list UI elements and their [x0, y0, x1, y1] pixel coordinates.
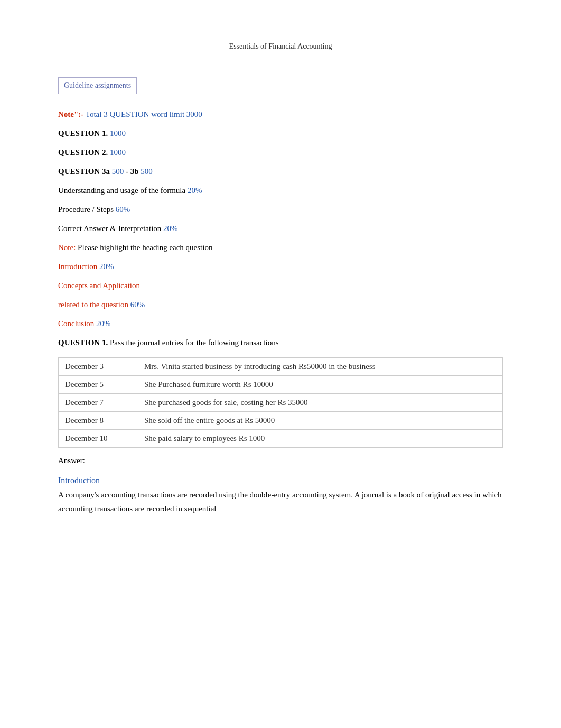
note2-content: Please highlight the heading each questi…: [78, 243, 212, 252]
page-title: Essentials of Financial Accounting: [229, 42, 332, 50]
note1-line: Note":- Total 3 QUESTION word limit 3000: [58, 108, 503, 121]
structure-conclusion-line: Conclusion 20%: [58, 317, 503, 330]
note1-content: Total 3 QUESTION: [86, 110, 149, 118]
q2-label: QUESTION 2.: [58, 148, 108, 156]
guideline-box: Guideline assignments: [58, 77, 137, 94]
note2-line: Note: Please highlight the heading each …: [58, 241, 503, 254]
note1-wordlimit: word limit 3000: [151, 110, 202, 118]
question1-text: Pass the journal entries for the followi…: [110, 338, 279, 347]
note2-prefix: Note:: [58, 243, 76, 252]
structure-related-line: related to the question 60%: [58, 298, 503, 311]
q1-label: QUESTION 1.: [58, 129, 108, 137]
structure-related-pct: 60%: [130, 300, 145, 309]
criteria-2-line: Correct Answer & Interpretation 20%: [58, 222, 503, 235]
criteria-1-pct: 60%: [116, 205, 130, 214]
q3-label: QUESTION 3a: [58, 167, 110, 176]
cell-date-1: December 5: [65, 380, 134, 389]
q2-line: QUESTION 2. 1000: [58, 146, 503, 159]
structure-conclusion-pct: 20%: [96, 319, 111, 328]
cell-desc-2: She purchased goods for sale, costing he…: [144, 398, 496, 407]
table-row: December 7 She purchased goods for sale,…: [59, 394, 502, 412]
structure-intro-pct: 20%: [99, 262, 114, 271]
q3-sep: - 3b: [126, 167, 139, 176]
criteria-0-pct: 20%: [188, 186, 202, 195]
structure-intro-label: Introduction: [58, 262, 97, 271]
answer-label: Answer:: [58, 456, 503, 465]
transactions-table: December 3 Mrs. Vinita started business …: [58, 357, 503, 448]
cell-date-3: December 8: [65, 416, 134, 425]
criteria-0-line: Understanding and usage of the formula 2…: [58, 184, 503, 197]
question1-line: QUESTION 1. Pass the journal entries for…: [58, 336, 503, 349]
q1-words: 1000: [110, 129, 126, 137]
criteria-1-line: Procedure / Steps 60%: [58, 203, 503, 216]
cell-desc-4: She paid salary to employees Rs 1000: [144, 434, 496, 443]
page-header: Essentials of Financial Accounting: [58, 42, 503, 51]
guideline-section: Guideline assignments: [58, 77, 503, 102]
table-row: December 5 She Purchased furniture worth…: [59, 376, 502, 394]
cell-date-4: December 10: [65, 434, 134, 443]
q3-words2: 500: [141, 167, 153, 176]
structure-conclusion-label: Conclusion: [58, 319, 94, 328]
cell-desc-0: Mrs. Vinita started business by introduc…: [144, 362, 496, 371]
criteria-2-text: Correct Answer & Interpretation: [58, 224, 161, 233]
question1-label: QUESTION 1.: [58, 338, 108, 347]
cell-date-0: December 3: [65, 362, 134, 371]
structure-related-label: related to the question: [58, 300, 128, 309]
criteria-2-pct: 20%: [163, 224, 178, 233]
structure-concepts-label: Concepts and Application: [58, 281, 140, 290]
guideline-label: Guideline assignments: [64, 81, 131, 89]
answer-body: A company's accounting transactions are …: [58, 489, 503, 515]
answer-intro-heading: Introduction: [58, 476, 503, 485]
table-row: December 8 She sold off the entire goods…: [59, 412, 502, 430]
criteria-1-text: Procedure / Steps: [58, 205, 114, 214]
cell-date-2: December 7: [65, 398, 134, 407]
q1-line: QUESTION 1. 1000: [58, 127, 503, 140]
q3-line: QUESTION 3a 500 - 3b 500: [58, 165, 503, 178]
q2-words: 1000: [110, 148, 126, 156]
cell-desc-3: She sold off the entire goods at Rs 5000…: [144, 416, 496, 425]
cell-desc-1: She Purchased furniture worth Rs 10000: [144, 380, 496, 389]
structure-concepts-line: Concepts and Application: [58, 279, 503, 292]
q3-words1: 500: [112, 167, 124, 176]
table-row: December 3 Mrs. Vinita started business …: [59, 358, 502, 376]
table-row: December 10 She paid salary to employees…: [59, 430, 502, 447]
criteria-0-text: Understanding and usage of the formula: [58, 186, 185, 195]
note1-prefix: Note":-: [58, 110, 83, 118]
structure-intro-line: Introduction 20%: [58, 260, 503, 273]
